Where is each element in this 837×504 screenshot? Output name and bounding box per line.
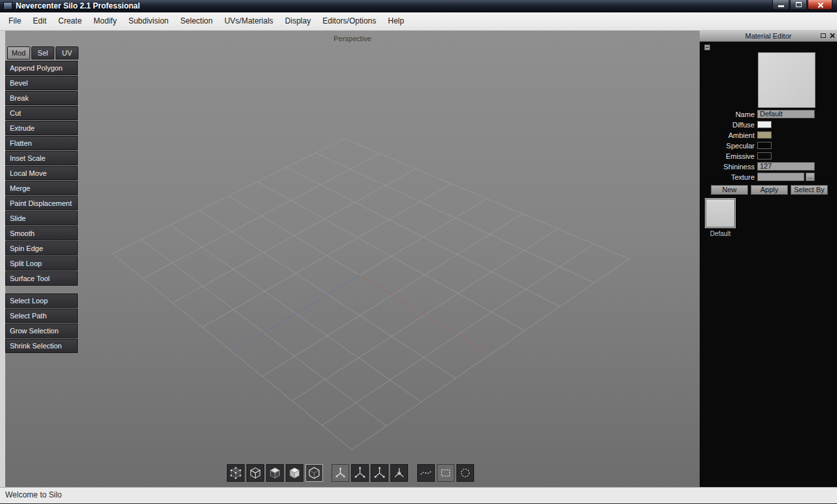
specular-swatch[interactable]	[757, 142, 772, 149]
specular-label: Specular	[726, 142, 755, 150]
shininess-label: Shininess	[723, 163, 755, 171]
collapse-icon[interactable]	[704, 44, 710, 50]
multi-mode-button[interactable]	[305, 464, 323, 482]
tool-append-polygon[interactable]: Append Polygon	[5, 61, 78, 75]
selection-tools: Select Loop Select Path Grow Selection S…	[5, 294, 78, 353]
face-mode-icon	[268, 466, 282, 480]
tool-merge[interactable]: Merge	[5, 181, 78, 195]
move-tool-icon	[333, 466, 347, 480]
maximize-button[interactable]	[790, 0, 807, 10]
select-by-material-button[interactable]: Select By	[791, 185, 828, 195]
multi-mode-icon	[307, 466, 321, 480]
object-mode-button[interactable]	[286, 464, 303, 482]
object-mode-icon	[288, 466, 301, 480]
tool-slide[interactable]: Slide	[5, 211, 78, 226]
viewport-label: Perspective	[5, 35, 700, 42]
universal-tool-button[interactable]	[390, 464, 408, 482]
tool-spin-edge[interactable]: Spin Edge	[5, 241, 78, 256]
app-icon	[3, 2, 12, 10]
face-mode-button[interactable]	[266, 464, 284, 482]
paint-select-icon	[458, 466, 472, 480]
app-window: Nevercenter Silo 2.1 Professional File E…	[0, 0, 837, 504]
tool-smooth[interactable]: Smooth	[5, 226, 78, 241]
edge-mode-icon	[248, 466, 262, 480]
texture-field[interactable]	[757, 173, 804, 181]
name-label: Name	[736, 110, 755, 118]
lasso-select-icon	[419, 466, 433, 480]
menu-edit[interactable]: Edit	[27, 12, 52, 30]
name-field[interactable]: Default	[757, 110, 815, 118]
menu-subdivision[interactable]: Subdivision	[122, 12, 174, 30]
tool-surface-tool[interactable]: Surface Tool	[5, 271, 78, 286]
tool-shrink-selection[interactable]: Shrink Selection	[5, 339, 78, 353]
emissive-swatch[interactable]	[757, 152, 772, 160]
marquee-select-button[interactable]	[437, 464, 454, 482]
rotate-tool-icon	[353, 466, 367, 480]
menu-file[interactable]: File	[3, 12, 27, 30]
menu-editors-options[interactable]: Editors/Options	[316, 12, 382, 30]
statusbar: Welcome to Silo	[0, 487, 837, 503]
scale-tool-icon	[373, 466, 386, 480]
menu-uvs-materials[interactable]: UVs/Materials	[218, 12, 279, 30]
close-button[interactable]	[808, 0, 832, 10]
tool-break[interactable]: Break	[5, 91, 78, 105]
tool-inset-scale[interactable]: Inset Scale	[5, 151, 78, 165]
rotate-tool-button[interactable]	[351, 464, 369, 482]
material-thumbnail-label: Default	[700, 230, 741, 237]
universal-tool-icon	[392, 466, 406, 480]
vertex-mode-button[interactable]	[227, 464, 245, 482]
material-preview	[758, 52, 815, 108]
restore-icon[interactable]	[821, 33, 826, 38]
ambient-swatch[interactable]	[757, 131, 772, 139]
tool-paint-displacement[interactable]: Paint Displacement	[5, 196, 78, 210]
texture-label: Texture	[731, 173, 755, 181]
tool-flatten[interactable]: Flatten	[5, 136, 78, 150]
menu-modify[interactable]: Modify	[88, 12, 122, 30]
viewport-3d[interactable]: Perspective Mod Sel UV Append Polygon Be…	[5, 31, 700, 488]
move-tool-button[interactable]	[332, 464, 349, 482]
vertex-mode-icon	[229, 466, 243, 480]
material-editor-titlebar[interactable]: Material Editor	[700, 31, 837, 42]
tool-extrude[interactable]: Extrude	[5, 121, 78, 135]
edge-mode-button[interactable]	[247, 464, 264, 482]
menu-create[interactable]: Create	[52, 12, 88, 30]
tab-sel[interactable]: Sel	[31, 46, 54, 59]
menubar: File Edit Create Modify Subdivision Sele…	[0, 12, 837, 31]
selection-mode-toolbar	[227, 464, 323, 482]
close-icon[interactable]	[829, 33, 834, 38]
tab-mod[interactable]: Mod	[7, 46, 30, 59]
paint-select-button[interactable]	[456, 464, 474, 482]
apply-material-button[interactable]: Apply	[751, 185, 788, 195]
diffuse-swatch[interactable]	[757, 121, 772, 128]
titlebar: Nevercenter Silo 2.1 Professional	[0, 0, 837, 12]
shininess-field[interactable]: 127	[757, 162, 815, 171]
material-editor-panel: Material Editor Name Default Diffuse Amb…	[700, 31, 837, 488]
emissive-label: Emissive	[726, 152, 755, 160]
close-icon	[817, 2, 823, 8]
minimize-icon	[778, 5, 784, 7]
texture-browse-button[interactable]: ...	[806, 173, 815, 181]
material-thumbnail[interactable]	[705, 198, 736, 228]
tool-split-loop[interactable]: Split Loop	[5, 256, 78, 271]
minimize-button[interactable]	[772, 0, 789, 10]
menu-display[interactable]: Display	[279, 12, 316, 30]
tool-grow-selection[interactable]: Grow Selection	[5, 324, 78, 338]
material-buttons: New Apply Select By	[711, 185, 828, 195]
lasso-select-button[interactable]	[417, 464, 435, 482]
status-message: Welcome to Silo	[5, 490, 61, 499]
material-editor-title: Material Editor	[700, 31, 837, 41]
menu-help[interactable]: Help	[382, 12, 410, 30]
tool-bevel[interactable]: Bevel	[5, 76, 78, 90]
modeling-tools: Append Polygon Bevel Break Cut Extrude F…	[5, 61, 78, 286]
tool-local-move[interactable]: Local Move	[5, 166, 78, 180]
tool-panel-tabs: Mod Sel UV	[7, 46, 78, 59]
window-controls	[772, 0, 832, 10]
tool-select-loop[interactable]: Select Loop	[5, 294, 78, 308]
selection-style-toolbar	[417, 464, 474, 482]
tool-cut[interactable]: Cut	[5, 106, 78, 120]
new-material-button[interactable]: New	[711, 185, 748, 195]
tab-uv[interactable]: UV	[56, 46, 78, 59]
menu-selection[interactable]: Selection	[175, 12, 218, 30]
scale-tool-button[interactable]	[371, 464, 388, 482]
tool-select-path[interactable]: Select Path	[5, 309, 78, 323]
